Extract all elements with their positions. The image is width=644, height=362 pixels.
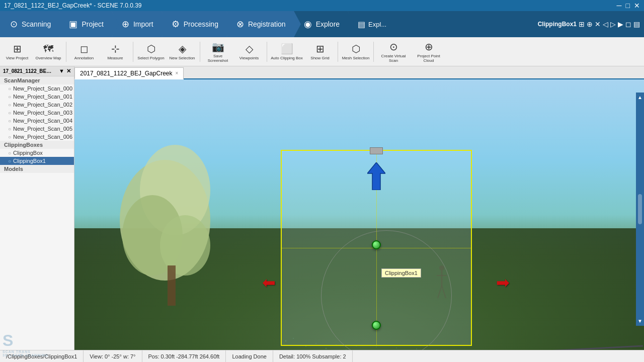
sidebar-item-scan-002[interactable]: ○ New_Project_Scan_002 [0,101,74,109]
sidebar-item-scan-006[interactable]: ○ New_Project_Scan_006 [0,133,74,141]
red-left-arrow[interactable]: ⬅ [262,273,276,292]
overview-map-button[interactable]: 🗺 Overview Map [33,39,63,65]
viewpoints-button[interactable]: ◇ Viewpoints [234,39,264,65]
status-loading: Loading Done [226,350,273,362]
virtual-scan-icon: ⊙ [389,41,398,53]
workflow-processing[interactable]: ⚙ Processing [162,11,226,37]
sidebar-item-scan-005[interactable]: ○ New_Project_Scan_005 [0,125,74,133]
select-polygon-icon: ⬡ [147,43,155,55]
virtual-scan-label: Create Virtual Scan [377,54,410,63]
clippingboxes-label: ClippingBoxes [4,142,43,148]
close-button[interactable]: ✕ [634,2,640,10]
scantrans-logo: S SCAN TRANS3D LASER SCANNING [3,331,48,350]
cb-label: ClippingBox1 [538,21,577,28]
icon-btn-8[interactable]: ▤ [633,20,640,28]
tab-close-button[interactable]: × [175,70,178,76]
workflow-explore-label: Explore [316,20,340,28]
status-detail: Detail: 100% Subsample: 2 [273,350,353,362]
show-grid-button[interactable]: ⊞ Show Grid [305,39,335,65]
project-cloud-icon: ⊕ [425,41,433,53]
measure-icon: ⊹ [111,43,120,55]
mesh-label: Mesh Selection [342,56,370,60]
view-project-icon: ⊞ [13,43,22,55]
screenshot-label: Save Screenshot [204,54,232,63]
select-polygon-label: Select Polygon [137,56,164,60]
project-cloud-label: Project Point Cloud [413,54,445,63]
vs-down-arrow[interactable]: ▼ [637,318,642,324]
tab-strip: 2017_0821_1122_BEJ_GapCreek × [74,66,644,79]
explore2-icon: ▤ [358,20,365,29]
sidebar-item-scan-001[interactable]: ○ New_Project_Scan_001 [0,93,74,101]
tab-label: 2017_0821_1122_BEJ_GapCreek [80,70,172,77]
icon-btn-5[interactable]: ▷ [610,20,616,28]
vs-thumb[interactable] [638,194,642,224]
sidebar-item-clippingbox[interactable]: ○ ClippingBox [0,149,74,157]
save-screenshot-button[interactable]: 📷 Save Screenshot [203,39,233,65]
annotation-button[interactable]: ◻ Annotation [69,39,99,65]
annotation-label: Annotation [74,56,94,60]
screenshot-icon: 📷 [212,41,224,53]
view-project-button[interactable]: ⊞ View Project [2,39,32,65]
mesh-button[interactable]: ⬡ Mesh Selection [341,39,371,65]
select-polygon-button[interactable]: ⬡ Select Polygon [136,39,166,65]
icon-btn-3[interactable]: ✕ [595,20,601,28]
auto-clipping-button[interactable]: ⬜ Auto Clipping Box [270,39,304,65]
workflow-registration[interactable]: ⊗ Registration [226,11,294,37]
sidebar-item-scan-004[interactable]: ○ New_Project_Scan_004 [0,117,74,125]
workflow-registration-label: Registration [248,20,286,28]
red-right-arrow[interactable]: ➡ [496,273,510,292]
icon-btn-7[interactable]: ◻ [625,20,631,28]
toolbar-sep-6 [373,42,374,62]
title-bar-text: 17_0821_1122_BEJ_GapCreek* - SCENE 7.0.0… [4,2,142,9]
green-dot-bottom[interactable] [372,321,381,330]
scan-002-icon: ○ [8,102,11,108]
workflow-scanning[interactable]: ⊙ Scanning [0,11,59,37]
viewpoints-label: Viewpoints [239,56,259,60]
scan-000-label: New_Project_Scan_000 [13,85,72,92]
minimize-button[interactable]: ─ [617,2,622,10]
measure-points-button[interactable]: ⊹ Measure [100,39,130,65]
workflow-project[interactable]: ▣ Project [59,11,112,37]
main-area: 17_0821_1122_BEJ_GapCreek ▼ ✕ ScanManage… [0,66,644,350]
maximize-button[interactable]: □ [626,2,630,10]
icon-btn-4[interactable]: ◁ [603,20,608,28]
vs-up-arrow[interactable]: ▲ [637,95,642,100]
sidebar-item-scan-003[interactable]: ○ New_Project_Scan_003 [0,109,74,117]
sidebar-controls[interactable]: ▼ ✕ [59,68,71,74]
status-bar: /ClippingBoxes/ClippingBox1 View: 0° -25… [0,350,644,362]
project-point-cloud-button[interactable]: ⊕ Project Point Cloud [412,39,446,65]
sidebar-clippingboxes-section: ClippingBoxes [0,141,74,149]
cb-icon: ○ [8,150,11,156]
new-selection-label: New Selection [169,56,195,60]
icon-btn-6[interactable]: ▶ [618,20,623,28]
scene-area[interactable]: ⬅ ➡ ClippingBox1 ▲ ▼ [74,79,644,350]
sidebar-item-clippingbox1[interactable]: ○ ClippingBox1 [0,157,74,165]
auto-clipping-label: Auto Clipping Box [271,56,303,60]
scan-004-icon: ○ [8,118,11,124]
cb1-icon: ○ [8,158,11,164]
sidebar-header: 17_0821_1122_BEJ_GapCreek ▼ ✕ [0,66,74,76]
workflow-explore[interactable]: ◉ Explore [294,11,348,37]
scan-006-icon: ○ [8,134,11,140]
toolbar-sep-4 [267,42,267,62]
measure-label: Measure [107,56,123,60]
title-bar-controls[interactable]: ─ □ ✕ [617,2,640,10]
virtual-scan-button[interactable]: ⊙ Create Virtual Scan [376,39,411,65]
green-dot-top[interactable] [372,240,381,249]
blue-up-arrow[interactable] [367,162,385,192]
toolbar-sep-1 [66,42,66,62]
icon-btn-2[interactable]: ⊕ [587,20,593,28]
gray-handle[interactable] [370,147,383,154]
viewpoints-icon: ◇ [246,43,253,55]
sidebar-filter-icon[interactable]: ▼ [59,68,64,74]
main-tab[interactable]: 2017_0821_1122_BEJ_GapCreek × [74,67,184,79]
workflow-scanning-label: Scanning [22,20,51,28]
new-selection-button[interactable]: ◈ New Selection [167,39,197,65]
workflow-import[interactable]: ⊕ Import [112,11,162,37]
sidebar-close-icon[interactable]: ✕ [66,68,71,74]
svg-marker-51 [367,162,385,190]
sidebar-item-scan-000[interactable]: ○ New_Project_Scan_000 [0,84,74,93]
icon-btn-1[interactable]: ⊞ [579,20,585,28]
vertical-slider[interactable]: ▲ ▼ [636,93,644,326]
workflow-project-label: Project [82,20,104,28]
